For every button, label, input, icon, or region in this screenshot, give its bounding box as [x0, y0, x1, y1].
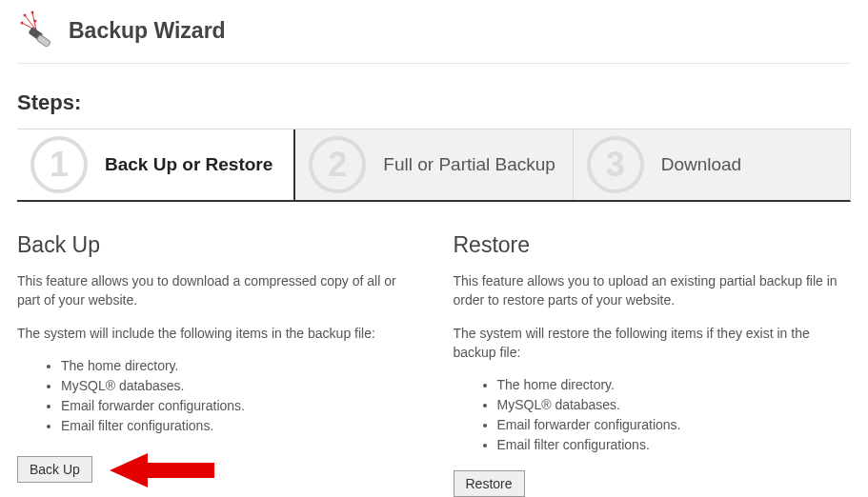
backup-wizard-icon — [17, 10, 59, 51]
restore-heading: Restore — [454, 232, 852, 258]
list-item: MySQL® databases. — [497, 395, 852, 415]
list-item: The home directory. — [497, 375, 852, 395]
list-item: The home directory. — [61, 356, 415, 376]
step-label: Full or Partial Backup — [383, 154, 555, 175]
svg-rect-8 — [36, 34, 50, 48]
backup-heading: Back Up — [17, 232, 415, 258]
backup-button[interactable]: Back Up — [17, 456, 92, 483]
backup-item-list: The home directory. MySQL® databases. Em… — [17, 356, 415, 436]
content-columns: Back Up This feature allows you to downl… — [17, 232, 851, 497]
list-item: MySQL® databases. — [61, 376, 415, 396]
backup-column: Back Up This feature allows you to downl… — [17, 232, 415, 497]
steps-label: Steps: — [17, 90, 851, 115]
list-item: Email filter configurations. — [61, 416, 415, 436]
restore-item-list: The home directory. MySQL® databases. Em… — [454, 375, 852, 455]
step-download[interactable]: 3 Download — [573, 129, 850, 200]
svg-marker-9 — [110, 453, 214, 487]
list-item: Email forwarder configurations. — [497, 415, 852, 435]
restore-intro: This feature allows you to upload an exi… — [454, 271, 852, 310]
list-item: Email forwarder configurations. — [61, 396, 415, 416]
list-item: Email filter configurations. — [497, 435, 852, 455]
step-backup-or-restore[interactable]: 1 Back Up or Restore — [17, 129, 293, 200]
step-number: 1 — [30, 136, 88, 193]
step-number: 2 — [309, 136, 366, 193]
restore-column: Restore This feature allows you to uploa… — [454, 232, 852, 497]
annotation-arrow-icon — [110, 451, 214, 489]
backup-intro: This feature allows you to download a co… — [17, 271, 415, 310]
page-header: Backup Wizard — [17, 10, 851, 64]
page-title: Backup Wizard — [69, 18, 226, 44]
step-label: Download — [661, 154, 742, 175]
step-label: Back Up or Restore — [105, 154, 273, 175]
steps-bar: 1 Back Up or Restore 2 Full or Partial B… — [17, 129, 851, 202]
backup-list-intro: The system will include the following it… — [17, 324, 415, 343]
step-full-or-partial[interactable]: 2 Full or Partial Backup — [293, 129, 572, 200]
step-number: 3 — [587, 136, 644, 193]
restore-list-intro: The system will restore the following it… — [454, 324, 852, 363]
restore-button[interactable]: Restore — [454, 470, 525, 497]
